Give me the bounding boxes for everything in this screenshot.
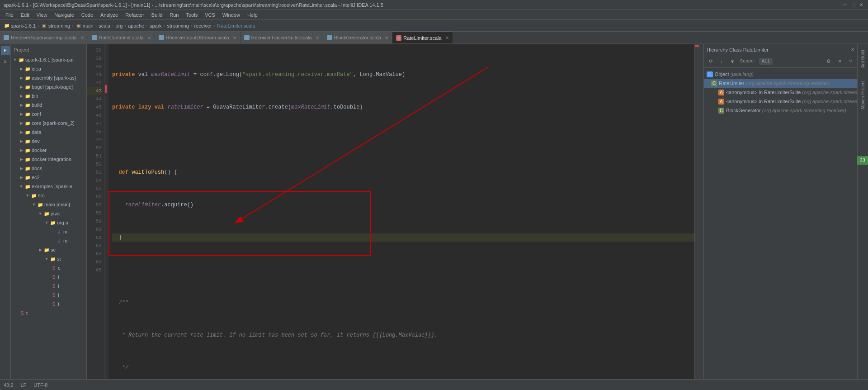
close-button[interactable]: ✕	[858, 2, 864, 8]
hier-btn-3[interactable]: ▼	[727, 57, 737, 67]
tab-close-ratecontroller[interactable]: ✕	[147, 35, 151, 40]
tree-item-main[interactable]: ▼ 📁 main [main]	[11, 200, 86, 209]
tree-item-docker-int[interactable]: ▶ 📁 docker-integration-	[11, 155, 86, 164]
breadcrumb-main[interactable]: ▣ main	[75, 23, 94, 29]
tree-item-root[interactable]: ▼ 📁 spark-1.6.1 [spark-par	[11, 55, 86, 64]
window-title: spark-1.6.1 - [G:\Workspace\BigData\Spar…	[4, 2, 842, 8]
tree-item-t2[interactable]: S t	[11, 281, 86, 290]
tab-label-receivertracker: ReceiverTrackerSuite.scala	[251, 35, 312, 40]
tree-item-t3[interactable]: S t	[11, 290, 86, 300]
tree-item-t1[interactable]: S t	[11, 272, 86, 281]
tree-item-dev[interactable]: ▶ 📁 dev	[11, 137, 86, 146]
tree-item-docs[interactable]: ▶ 📁 docs	[11, 164, 86, 173]
breadcrumb-file[interactable]: RateLimiter.scala	[217, 23, 255, 29]
menu-help[interactable]: Help	[244, 11, 261, 19]
tree-item-ec2[interactable]: ▶ 📁 ec2	[11, 173, 86, 182]
tree-item-src[interactable]: ▼ 📁 src	[11, 191, 86, 200]
maven-indicator[interactable]: 33	[857, 156, 868, 165]
tab-close-ratelimiter[interactable]: ✕	[445, 35, 449, 40]
tree-item-m1[interactable]: J m	[11, 227, 86, 236]
tree-item-t4[interactable]: S t	[11, 300, 86, 309]
project-sidebar[interactable]: Project ▼ 📁 spark-1.6.1 [spark-par ▶ 📁 i…	[11, 44, 87, 379]
menu-code[interactable]: Code	[78, 11, 97, 19]
tree-item-sc[interactable]: ▶ 📁 sc	[11, 245, 86, 254]
tree-item-core[interactable]: ▶ 📁 core [spark-core_2]	[11, 119, 86, 128]
menu-build[interactable]: Build	[148, 11, 166, 19]
scope-selector[interactable]: All	[759, 58, 773, 65]
tree-item-st[interactable]: ▼ 📁 st	[11, 254, 86, 263]
tab-ratecontroller[interactable]: S RateController.scala ✕	[88, 32, 155, 43]
hier-item-anon1[interactable]: A <anonymous> in RateLimiterSuite (org.a…	[704, 88, 857, 97]
tree-item-docker[interactable]: ▶ 📁 docker	[11, 146, 86, 155]
minimize-button[interactable]: ─	[842, 2, 848, 8]
hier-item-ratelimiter[interactable]: C RateLimiter (org.apache.spark.streamin…	[704, 79, 857, 88]
code-line-47: */	[112, 364, 694, 372]
project-tool-button[interactable]: P	[1, 46, 10, 55]
breadcrumb-receiver[interactable]: receiver	[194, 23, 212, 29]
tree-item-m2[interactable]: J m	[11, 236, 86, 245]
tab-close-receiversupervisor[interactable]: ✕	[80, 35, 84, 40]
tree-item-examples[interactable]: ▼ 📁 examples [spark-e	[11, 182, 86, 191]
status-lf: LF	[20, 382, 26, 388]
menu-navigate[interactable]: Navigate	[51, 11, 77, 19]
scala-file-icon-rl: S	[396, 35, 401, 41]
object-icon: O	[707, 71, 713, 77]
menu-vcs[interactable]: VCS	[201, 11, 219, 19]
tab-close-blockgenerator[interactable]: ✕	[385, 35, 388, 40]
tab-close-receivertracker[interactable]: ✕	[316, 35, 319, 40]
maven-tab-label[interactable]: Maven Project	[859, 79, 867, 111]
hier-item-anon2[interactable]: A <anonymous> in RateLimiterSuite (org.a…	[704, 97, 857, 106]
editor-gutter	[105, 44, 108, 379]
menu-analyze[interactable]: Analyze	[97, 11, 122, 19]
breadcrumb-streaming2[interactable]: streaming	[167, 23, 189, 29]
tab-receiverinput[interactable]: S ReceiverInputDStream.scala ✕	[155, 32, 241, 43]
tree-item-assembly[interactable]: ▶ 📁 assembly [spark-as]	[11, 73, 86, 82]
tree-item-conf[interactable]: ▶ 📁 conf	[11, 109, 86, 119]
menu-window[interactable]: Window	[219, 11, 244, 19]
tree-item-bin[interactable]: ▶ 📁 bin	[11, 91, 86, 100]
structure-tool-button[interactable]: S	[1, 57, 10, 66]
tree-item-t5[interactable]: S t	[11, 309, 86, 318]
tree-item-data[interactable]: ▶ 📁 data	[11, 128, 86, 137]
breadcrumb-spark2[interactable]: spark	[150, 23, 162, 29]
vertical-scrollbar[interactable]	[700, 44, 703, 379]
hier-btn-help[interactable]: ?	[845, 57, 855, 67]
tree-item-idea[interactable]: ▶ 📁 idea	[11, 64, 86, 73]
menu-tools[interactable]: Tools	[182, 11, 201, 19]
tab-blockgenerator[interactable]: S BlockGenerator.scala ✕	[323, 32, 393, 43]
tab-close-receiverinput[interactable]: ✕	[233, 35, 236, 40]
maximize-button[interactable]: □	[850, 2, 856, 8]
expand-icon-build: ▶	[19, 103, 24, 107]
menu-edit[interactable]: Edit	[17, 11, 33, 19]
tab-receiversupervisor[interactable]: S ReceiverSupervisorImpl.scala ✕	[0, 32, 88, 43]
hier-btn-close[interactable]: ✕	[835, 57, 844, 67]
tree-item-bagel[interactable]: ▶ 📁 bagel [spark-bage]	[11, 82, 86, 91]
tree-item-java[interactable]: ▼ 📁 java	[11, 209, 86, 218]
hier-item-blockgen[interactable]: C BlockGenerator (org.apache.spark.strea…	[704, 106, 857, 115]
code-line-46: * Return the current rate limit. If no l…	[112, 331, 694, 339]
tree-item-orga[interactable]: ▼ 📁 org.a	[11, 218, 86, 227]
hier-item-object[interactable]: O Object (java.lang)	[704, 70, 857, 79]
breadcrumb-spark[interactable]: 📁 spark-1.6.1	[4, 23, 36, 29]
expand-icon-hier[interactable]: ✕	[851, 47, 854, 52]
tree-item-c1[interactable]: S c	[11, 263, 86, 272]
breadcrumb-apache[interactable]: apache	[128, 23, 144, 29]
tree-item-build[interactable]: ▶ 📁 build	[11, 100, 86, 109]
code-editor[interactable]: private val maxRateLimit = conf.getLong(…	[108, 44, 694, 379]
tab-receivertracker[interactable]: S ReceiverTrackerSuite.scala ✕	[241, 32, 323, 43]
menu-run[interactable]: Run	[166, 11, 182, 19]
breadcrumb-scala[interactable]: scala	[99, 23, 110, 29]
hier-btn-2[interactable]: ↑	[717, 57, 726, 67]
editor-container: 38 39 40 41 42 43 44 45 46 47 48 49 50 5…	[87, 44, 703, 379]
hier-btn-settings[interactable]: ⚙	[824, 57, 834, 67]
breadcrumb-streaming[interactable]: ▣ streaming	[41, 23, 70, 29]
build-tab-label[interactable]: Ant Build	[859, 48, 867, 70]
tab-ratelimiter[interactable]: S RateLimiter.scala ✕	[392, 32, 453, 43]
menu-refactor[interactable]: Refactor	[122, 11, 148, 19]
breadcrumb-org[interactable]: org	[116, 23, 123, 29]
menu-file[interactable]: File	[2, 11, 17, 19]
ln-44: 44	[87, 95, 102, 103]
hier-btn-1[interactable]: ⟳	[706, 57, 716, 67]
menu-view[interactable]: View	[33, 11, 51, 19]
menu-bar: File Edit View Navigate Code Analyze Ref…	[0, 10, 868, 20]
